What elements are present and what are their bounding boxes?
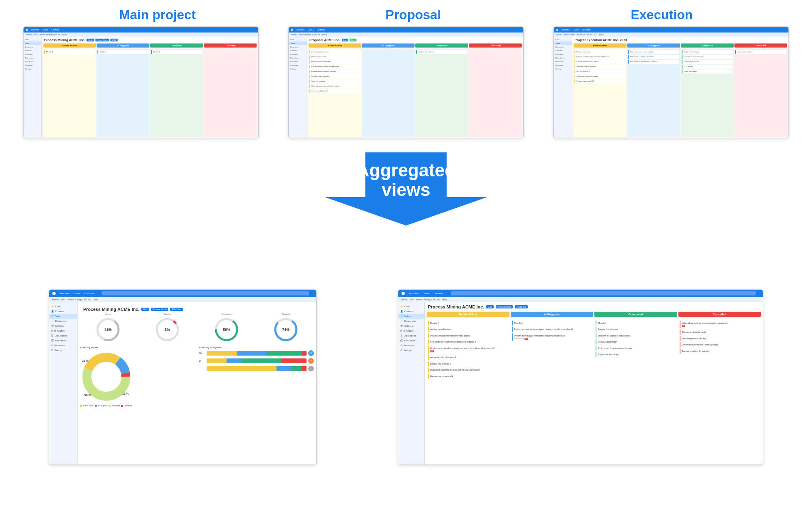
sidebar-processes-p[interactable]: Processes xyxy=(289,63,307,67)
topbar-proposal: Activities Cases Contacts xyxy=(289,27,523,33)
kanban-body-proposal: Archive signed contract Derive project s… xyxy=(307,48,523,138)
db-processes[interactable]: ⚙ Processes xyxy=(49,343,77,348)
kl-inoutbox[interactable]: ✉ In-/Outbox xyxy=(398,328,424,333)
db-settings[interactable]: ⚙ Settings xyxy=(49,348,77,353)
kl-tasks[interactable]: ✓ Tasks xyxy=(398,314,424,319)
bar-jg-green xyxy=(267,351,302,356)
card-value-added: Value-added analysis xyxy=(735,50,786,54)
badge-pm-kl: Process Mining xyxy=(496,305,513,308)
sidebar-case-p[interactable]: Case xyxy=(289,38,307,41)
kl-case[interactable]: 📁 Case xyxy=(398,304,424,309)
sidebar-inoutbox-e[interactable]: In-/Outbox xyxy=(554,52,572,56)
card-export-magic: Export from Magic xyxy=(682,69,733,74)
lk-first-interview: Prepare first interview xyxy=(596,327,676,332)
db-case[interactable]: 📁 Case xyxy=(49,304,77,309)
kanban-large-frame: Activities Cases Contacts Home / Cases /… xyxy=(398,289,763,465)
kl-processes[interactable]: ⚙ Processes xyxy=(398,343,424,348)
data-icon-kl: 🗄 xyxy=(400,334,403,337)
badge-acme-kl: ACME Inc. xyxy=(515,305,528,308)
breadcrumb-proposal: Home / Cases / Proposal ACME Inc. / Task… xyxy=(289,33,523,37)
nav-activities-kl: Activities xyxy=(409,292,419,295)
sidebar-discussion[interactable]: Discussion xyxy=(24,60,41,63)
sidebar-docs-e[interactable]: Documents xyxy=(554,45,572,49)
kl-data[interactable]: 🗄 Data objects xyxy=(398,333,424,338)
card-finalize: Finalize recommended actions xyxy=(574,60,626,64)
inbox-icon: ✉ xyxy=(51,330,53,332)
badge-ms: M5 xyxy=(430,350,434,353)
active-value: 41% xyxy=(104,328,112,332)
search-bar-kl[interactable] xyxy=(451,291,756,295)
sidebar-docs[interactable]: Documents xyxy=(24,45,41,49)
title-bar-proposal: Proposal ACME Inc. Done Active xyxy=(307,37,523,43)
db-calendar[interactable]: 📅 Calendar xyxy=(49,323,77,328)
kl-docs[interactable]: 📄 Documents xyxy=(398,319,424,323)
badge-process: Process Mining xyxy=(95,39,109,41)
bar-jt-yellow xyxy=(207,358,227,363)
kl-contacts[interactable]: 👤 Contacts xyxy=(398,309,424,314)
overdue-circle-wrapper: 3% xyxy=(154,317,181,343)
lk-interview-access: Interview for access to data sources xyxy=(596,333,676,339)
sidebar-case-e[interactable]: Case xyxy=(554,38,572,41)
sidebar-calendar-e[interactable]: Calendar xyxy=(554,49,572,52)
sidebar-tasks-e[interactable]: Tasks xyxy=(554,41,572,45)
sidebar-main: Case Tasks Documents Calendar In-/Outbox… xyxy=(24,37,42,138)
sidebar-settings-e[interactable]: Settings xyxy=(554,67,572,71)
nav-cases-d: Cases xyxy=(73,292,80,295)
title-bar-main: Process Mining ACME Inc. Needs Process M… xyxy=(42,37,258,43)
kanban-header-main: Needs Action In Progress Completed Cance… xyxy=(42,43,258,48)
sidebar-data-p[interactable]: Data objects xyxy=(289,56,307,60)
lk-archive: Archive signed contract xyxy=(428,327,508,332)
bar-u-blue xyxy=(276,366,292,371)
sidebar-discussion-p[interactable]: Discussion xyxy=(289,60,307,63)
sidebar-tasks-p[interactable]: Tasks xyxy=(289,41,307,45)
sidebar-docs-p[interactable]: Documents xyxy=(289,45,307,49)
search-bar-d[interactable] xyxy=(102,291,309,295)
lk-finalize: Finalize recommended actions / concrete … xyxy=(428,346,508,354)
col-cancelled-proposal xyxy=(469,49,522,137)
kl-calendar[interactable]: 📅 Calendar xyxy=(398,323,424,328)
nav-cases-kl: Cases xyxy=(423,292,430,295)
lk-completed-col: Module 1 Prepare first interview Intervi… xyxy=(594,319,677,463)
kl-discussion[interactable]: 💬 Discussion xyxy=(398,338,424,343)
db-tasks[interactable]: ✓ Tasks xyxy=(49,314,77,319)
nav-activities-p: Activities xyxy=(296,28,304,31)
sidebar-data[interactable]: Data objects xyxy=(24,56,41,60)
sidebar-processes-e[interactable]: Processes xyxy=(554,63,572,67)
sidebar-settings[interactable]: Settings xyxy=(24,67,41,71)
legend-completed: Completed xyxy=(108,405,120,407)
sidebar-settings-p[interactable]: Settings xyxy=(289,67,307,71)
sidebar-processes[interactable]: Processes xyxy=(24,63,41,67)
lk-needs-col: Module 3 Archive signed contract Prepare… xyxy=(427,319,510,463)
db-inoutbox[interactable]: ✉ In-/Outbox xyxy=(49,328,77,333)
topbar-kanban-large: Activities Cases Contacts xyxy=(398,290,763,297)
db-discussion[interactable]: 💬 Discussion xyxy=(49,338,77,343)
sidebar-inoutbox-p[interactable]: In-/Outbox xyxy=(289,52,307,56)
lk-et5: ET5 - scripts / documentation / export xyxy=(596,346,676,351)
card-estimate: Estimate costs of offered modules xyxy=(309,69,361,74)
assignee-jg: JG xyxy=(199,352,205,354)
badge-main-d: Main xyxy=(141,308,149,311)
due-date: Due: 07/05/2023 xyxy=(514,338,525,339)
nav-activities-e: Activities xyxy=(561,28,570,31)
sidebar-discussion-e[interactable]: Discussion xyxy=(554,60,572,63)
card-dryrun: Dry-run process X xyxy=(574,69,626,74)
sidebar-calendar-p[interactable]: Calendar xyxy=(289,49,307,52)
proposal-frame: Activities Cases Contacts Home / Cases /… xyxy=(288,26,524,138)
sidebar-inoutbox[interactable]: In-/Outbox xyxy=(24,52,41,56)
col-needs-action: Needs Action xyxy=(43,43,96,48)
overdue-label: Overdue xyxy=(139,313,195,315)
db-data[interactable]: 🗄 Data objects xyxy=(49,333,77,338)
kl-settings[interactable]: ⚙ Settings xyxy=(398,348,424,353)
sidebar-data-e[interactable]: Data objects xyxy=(554,56,572,60)
nav-contacts-d: Contacts xyxy=(84,292,94,295)
db-docs[interactable]: 📄 Documents xyxy=(49,319,77,323)
sidebar-tasks[interactable]: Tasks xyxy=(24,41,41,45)
db-contacts[interactable]: 👤 Contacts xyxy=(49,309,77,314)
sidebar-case[interactable]: Case xyxy=(24,38,41,41)
legend-needs: Needs Action xyxy=(80,405,94,407)
card-interview-access: Interview for access to data xyxy=(682,55,733,59)
sidebar-calendar[interactable]: Calendar xyxy=(24,49,41,52)
lk-propose-proposal: Propose proposal template xyxy=(680,330,760,335)
inbox-icon-kl: ✉ xyxy=(400,330,402,332)
col-completed-execution: Prepare first interview Interview for ac… xyxy=(681,49,734,137)
